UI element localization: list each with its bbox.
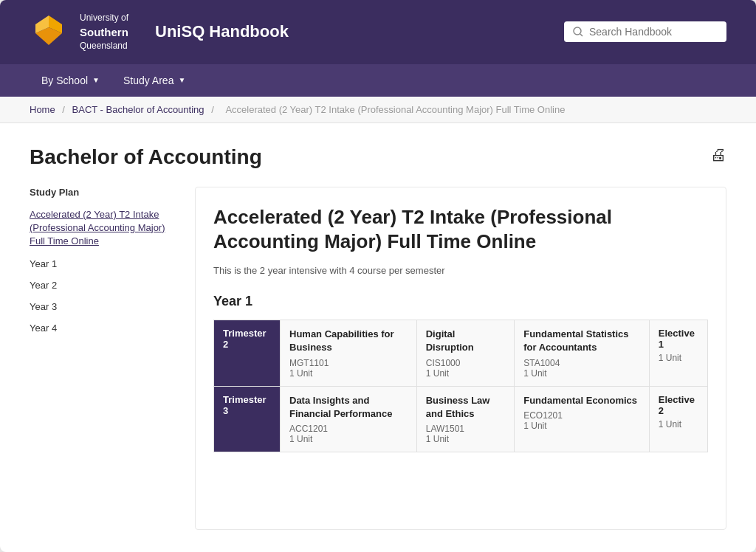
course-unit: 1 Unit — [289, 368, 408, 379]
trimester-2-cell: Trimester 2 — [214, 320, 281, 386]
header-left: University of Southern Queensland UniSQ … — [30, 12, 289, 52]
sidebar-year1[interactable]: Year 1 — [30, 258, 177, 269]
elective-cell-2: Elective 2 1 Unit — [649, 386, 707, 452]
unisq-logo — [30, 13, 68, 51]
course-unit: 1 Unit — [523, 421, 640, 431]
print-icon[interactable]: 🖨 — [710, 145, 726, 165]
course-name: Human Capabilities for Business — [289, 328, 408, 354]
elective-label: Elective 1 — [659, 328, 698, 350]
content-layout: Study Plan Accelerated (2 Year) T2 Intak… — [30, 187, 726, 530]
elective-label: Elective 2 — [659, 394, 698, 416]
breadcrumb-separator: / — [62, 104, 65, 115]
course-cell-2: Digital Disruption CIS1000 1 Unit — [416, 320, 514, 386]
sidebar-link-active[interactable]: Accelerated (2 Year) T2 Intake (Professi… — [30, 208, 177, 249]
course-code: ACC1201 — [289, 424, 408, 434]
course-code: MGT1101 — [289, 358, 408, 368]
course-cell-1: Human Capabilities for Business MGT1101 … — [281, 320, 417, 386]
breadcrumb-current: Accelerated (2 Year) T2 Intake (Professi… — [225, 104, 565, 115]
course-code: STA1004 — [523, 358, 640, 368]
course-unit: 1 Unit — [426, 368, 505, 379]
chevron-down-icon: ▼ — [92, 76, 100, 84]
sidebar-year2[interactable]: Year 2 — [30, 280, 177, 291]
course-code: LAW1501 — [426, 424, 505, 434]
site-title: UniSQ Handbook — [155, 22, 289, 41]
nav-item-by-school[interactable]: By School ▼ — [30, 64, 111, 97]
study-table: Trimester 2 Human Capabilities for Busin… — [213, 320, 708, 452]
elective-cell-1: Elective 1 1 Unit — [649, 320, 707, 386]
year1-title: Year 1 — [213, 294, 708, 309]
course-name: Fundamental Economics — [523, 394, 640, 407]
nav-bar: By School ▼ Study Area ▼ — [0, 64, 756, 97]
course-cell-5: Business Law and Ethics LAW1501 1 Unit — [416, 386, 514, 452]
logo-text: University of Southern Queensland — [80, 12, 128, 52]
chevron-down-icon: ▼ — [178, 76, 185, 84]
course-cell-6: Fundamental Economics ECO1201 1 Unit — [515, 386, 650, 452]
sidebar-year4[interactable]: Year 4 — [30, 322, 177, 334]
plan-title: Accelerated (2 Year) T2 Intake (Professi… — [213, 205, 708, 255]
course-unit: 1 Unit — [523, 368, 640, 379]
breadcrumb: Home / BACT - Bachelor of Accounting / A… — [0, 97, 756, 123]
course-name: Data Insights and Financial Performance — [289, 394, 408, 421]
breadcrumb-home[interactable]: Home — [30, 104, 55, 115]
sidebar: Study Plan Accelerated (2 Year) T2 Intak… — [30, 187, 177, 530]
course-cell-4: Data Insights and Financial Performance … — [281, 386, 417, 452]
table-row: Trimester 2 Human Capabilities for Busin… — [214, 320, 708, 386]
main-content: Bachelor of Accounting 🖨 Study Plan Acce… — [0, 123, 756, 552]
course-code: ECO1201 — [523, 410, 640, 421]
sidebar-year3[interactable]: Year 3 — [30, 301, 177, 312]
elective-unit: 1 Unit — [659, 419, 698, 429]
breadcrumb-separator: / — [211, 104, 214, 115]
search-icon — [573, 27, 583, 37]
course-cell-3: Fundamental Statistics for Accountants S… — [515, 320, 650, 386]
plan-description: This is the 2 year intensive with 4 cour… — [213, 265, 708, 276]
course-name: Business Law and Ethics — [426, 394, 505, 421]
page-wrapper: University of Southern Queensland UniSQ … — [0, 0, 756, 552]
course-name: Fundamental Statistics for Accountants — [523, 328, 640, 354]
svg-line-4 — [580, 34, 583, 36]
course-unit: 1 Unit — [289, 434, 408, 444]
page-title: Bachelor of Accounting — [30, 145, 262, 169]
search-box[interactable] — [564, 21, 726, 42]
trimester-3-cell: Trimester 3 — [214, 386, 281, 452]
page-header-row: Bachelor of Accounting 🖨 — [30, 145, 726, 169]
course-unit: 1 Unit — [426, 434, 505, 444]
course-code: CIS1000 — [426, 358, 505, 368]
main-area: Accelerated (2 Year) T2 Intake (Professi… — [195, 187, 726, 530]
course-name: Digital Disruption — [426, 328, 505, 354]
header: University of Southern Queensland UniSQ … — [0, 0, 756, 64]
table-row: Trimester 3 Data Insights and Financial … — [214, 386, 708, 452]
elective-unit: 1 Unit — [659, 353, 698, 363]
breadcrumb-bact[interactable]: BACT - Bachelor of Accounting — [72, 104, 205, 115]
sidebar-section-title: Study Plan — [30, 187, 177, 198]
svg-point-3 — [574, 27, 581, 35]
nav-item-study-area[interactable]: Study Area ▼ — [111, 64, 197, 97]
search-input[interactable] — [589, 26, 718, 38]
